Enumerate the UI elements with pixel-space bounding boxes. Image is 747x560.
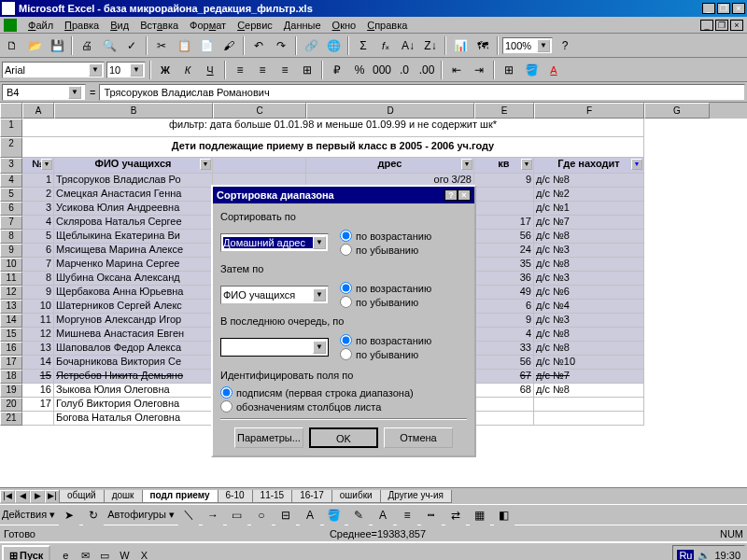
sort-by-combo[interactable]: Домашний адрес▼ — [220, 233, 329, 252]
select-all-corner[interactable] — [0, 103, 22, 119]
cell-kv[interactable]: 67 — [474, 370, 534, 384]
hdr-num[interactable]: №▼ — [22, 158, 54, 174]
sort-desc-button[interactable]: Z↓ — [420, 35, 441, 56]
params-button[interactable]: Параметры... — [234, 427, 303, 448]
cell-kv[interactable]: 33 — [474, 342, 534, 356]
row-header[interactable]: 19 — [0, 384, 22, 398]
cell-kv[interactable] — [474, 398, 534, 412]
cell-loc[interactable] — [534, 412, 644, 426]
print-button[interactable]: 🖨 — [77, 35, 97, 56]
save-button[interactable]: 💾 — [47, 35, 67, 56]
ql-excel-icon[interactable]: X — [134, 546, 153, 560]
sheet-tab-общий[interactable]: общий — [59, 490, 105, 503]
row-header[interactable]: 6 — [0, 202, 22, 216]
italic-button[interactable]: К — [177, 60, 198, 80]
cell-loc[interactable]: д/с №8 — [534, 342, 644, 356]
cell-num[interactable]: 10 — [22, 300, 54, 314]
sort2-asc-radio[interactable] — [340, 282, 352, 294]
row-header[interactable]: 17 — [0, 356, 22, 370]
cell-loc[interactable]: д/с №7 — [534, 216, 644, 230]
bold-button[interactable]: Ж — [155, 60, 176, 80]
cell-kv[interactable]: 17 — [474, 216, 534, 230]
menu-window[interactable]: Окно — [332, 20, 357, 31]
cell-fio[interactable]: Богова Наталья Олеговна — [54, 412, 213, 426]
link-button[interactable]: 🔗 — [301, 35, 321, 56]
cell-kv[interactable] — [474, 202, 534, 216]
dec-indent-button[interactable]: ⇤ — [446, 60, 467, 80]
cell-fio[interactable]: Зыкова Юлия Олеговна — [54, 384, 213, 398]
cell-loc[interactable]: д/с №7 — [534, 370, 644, 384]
arrow-style-button[interactable]: ⇄ — [445, 505, 466, 525]
merge-button[interactable]: ⊞ — [297, 60, 317, 80]
cell-fio[interactable]: Усикова Юлия Андреевна — [54, 202, 213, 216]
row-header[interactable]: 10 — [0, 258, 22, 272]
cell-loc[interactable]: д/с №8 — [534, 230, 644, 244]
dialog-titlebar[interactable]: Сортировка диапазона ? × — [213, 187, 474, 203]
tray-lang[interactable]: Ru — [677, 550, 694, 560]
wordart-button[interactable]: A — [300, 505, 320, 525]
sheet-tab-дошк[interactable]: дошк — [104, 490, 143, 503]
ql-oe-icon[interactable]: ✉ — [76, 546, 94, 560]
row-header[interactable]: 13 — [0, 300, 22, 314]
cell-kv[interactable]: 24 — [474, 244, 534, 258]
underline-button[interactable]: Ч — [200, 60, 220, 80]
cell-loc[interactable]: д/с №8 — [534, 384, 644, 398]
cell-loc[interactable]: д/с №3 — [534, 244, 644, 258]
tab-next[interactable]: ▶ — [30, 490, 45, 503]
col-g[interactable]: G — [644, 103, 710, 119]
cell-num[interactable]: 4 — [22, 216, 54, 230]
cell-loc[interactable] — [534, 398, 644, 412]
hdr-fio[interactable]: ФИО учащихся▼ — [54, 158, 213, 174]
sort-asc-button[interactable]: A↓ — [398, 35, 418, 56]
rect-button[interactable]: ▭ — [227, 505, 247, 525]
cell-fio[interactable]: Щеблыкина Екатерина Ви — [54, 230, 213, 244]
start-button[interactable]: ⊞ Пуск — [2, 545, 50, 560]
autoshapes-menu[interactable]: Автофигуры ▾ — [107, 509, 175, 521]
dialog-help-button[interactable]: ? — [444, 189, 458, 201]
sort3-asc-radio[interactable] — [340, 334, 352, 346]
menu-view[interactable]: Вид — [110, 20, 129, 31]
cell-fio[interactable]: Щербакова Анна Юрьевна — [54, 286, 213, 300]
row-header[interactable]: 5 — [0, 188, 22, 202]
row-header[interactable]: 11 — [0, 272, 22, 286]
3d-button[interactable]: ◧ — [494, 505, 514, 525]
sheet-tab-6-10[interactable]: 6-10 — [218, 490, 253, 503]
align-right-button[interactable]: ≡ — [275, 60, 295, 80]
cell-num[interactable]: 3 — [22, 202, 54, 216]
cell-fio[interactable]: Ястребов Никита Демьяно — [54, 370, 213, 384]
help-button[interactable]: ? — [555, 35, 575, 56]
cell-loc[interactable]: д/с №3 — [534, 314, 644, 328]
cell-fio[interactable]: Бочарникова Виктория Се — [54, 356, 213, 370]
then-by-combo[interactable]: ФИО учащихся▼ — [220, 286, 329, 304]
dash-button[interactable]: ┅ — [421, 505, 442, 525]
cell-num[interactable]: 14 — [22, 356, 54, 370]
ql-desktop-icon[interactable]: ▭ — [95, 546, 114, 560]
currency-button[interactable]: ₽ — [327, 60, 347, 80]
hdr-addr[interactable]: дрес▼ — [306, 158, 474, 174]
cell-fio[interactable]: Марченко Марина Сергее — [54, 258, 213, 272]
cell-fio[interactable]: Шубина Оксана Александ — [54, 272, 213, 286]
size-combo[interactable]: 10▼ — [106, 62, 146, 78]
cell-fio[interactable]: Голуб Виктория Олеговна — [54, 398, 213, 412]
cell-loc[interactable]: д/с №2 — [534, 188, 644, 202]
tab-last[interactable]: ▶| — [45, 490, 60, 503]
cell-fio[interactable]: Моргунов Александр Игор — [54, 314, 213, 328]
cell-num[interactable]: 9 — [22, 286, 54, 300]
dec-dec-button[interactable]: .00 — [416, 60, 437, 80]
menu-edit[interactable]: Правка — [64, 20, 99, 31]
cell-fio[interactable]: Мишнева Анастасия Евген — [54, 328, 213, 342]
row-header[interactable]: 1 — [0, 119, 22, 137]
cell-fio[interactable]: Склярова Наталья Сергее — [54, 216, 213, 230]
cell-kv[interactable]: 49 — [474, 286, 534, 300]
cell-loc[interactable]: д/с №4 — [534, 300, 644, 314]
cell-num[interactable]: 17 — [22, 398, 54, 412]
cell-fio[interactable]: Шаповалов Федор Алекса — [54, 342, 213, 356]
arrow-button[interactable]: → — [203, 505, 223, 525]
preview-button[interactable]: 🔍 — [99, 35, 120, 56]
row-header[interactable]: 9 — [0, 244, 22, 258]
zoom-combo[interactable]: 100%▼ — [502, 37, 553, 54]
sort3-desc-radio[interactable] — [340, 348, 352, 360]
sort1-asc-radio[interactable] — [340, 230, 352, 242]
cell-fio[interactable]: Мясищева Марина Алексе — [54, 244, 213, 258]
open-button[interactable]: 📂 — [24, 35, 45, 56]
